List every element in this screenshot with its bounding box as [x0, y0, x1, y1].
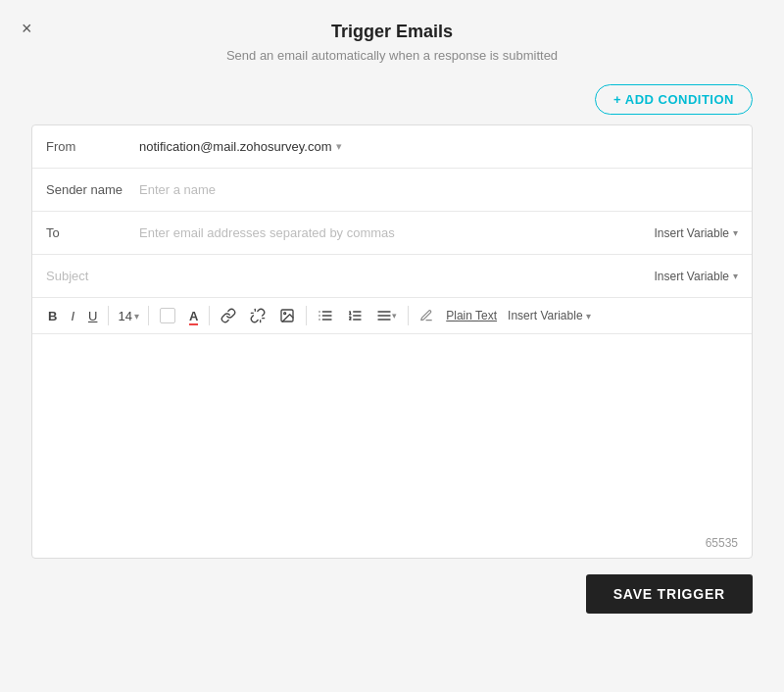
italic-button[interactable]: I [65, 305, 80, 327]
unordered-list-button[interactable] [312, 304, 339, 327]
add-condition-button[interactable]: + ADD CONDITION [595, 84, 753, 115]
separator-2 [148, 306, 149, 325]
to-row: To Insert Variable ▾ [32, 212, 752, 255]
plain-text-button[interactable]: Plain Text [441, 305, 502, 326]
align-dropdown-arrow: ▾ [392, 311, 397, 321]
subject-row: Insert Variable ▾ [32, 255, 752, 298]
body-insert-variable-button[interactable]: Insert Variable ▾ [508, 309, 590, 322]
sender-name-row: Sender name [32, 169, 752, 212]
separator-3 [209, 306, 210, 325]
from-email: notification@mail.zohosurvey.com [139, 139, 331, 154]
ordered-list-button[interactable] [341, 304, 368, 327]
to-insert-variable-button[interactable]: Insert Variable ▾ [655, 226, 738, 240]
unlink-button[interactable] [244, 304, 271, 327]
link-button[interactable] [215, 304, 242, 327]
editor-toolbar: B I U 14 ▾ A ▾ [32, 298, 752, 334]
add-condition-row: + ADD CONDITION [0, 73, 784, 124]
save-row: SAVE TRIGGER [0, 559, 784, 629]
email-form-card: From notification@mail.zohosurvey.com ▾ … [31, 124, 753, 559]
page-title: Trigger Emails [20, 22, 764, 42]
body-insert-variable-arrow: ▾ [586, 311, 591, 321]
image-button[interactable] [273, 304, 301, 327]
header: × Trigger Emails Send an email automatic… [0, 0, 784, 73]
page-subtitle: Send an email automatically when a respo… [20, 48, 764, 63]
from-dropdown-arrow[interactable]: ▾ [336, 140, 342, 153]
edit-icon-button[interactable] [414, 305, 439, 326]
font-size-arrow: ▾ [134, 311, 139, 321]
char-count: 65535 [706, 536, 738, 550]
subject-input[interactable] [46, 269, 647, 283]
from-label: From [46, 139, 139, 154]
separator-5 [408, 306, 409, 325]
subject-insert-arrow: ▾ [733, 271, 738, 281]
to-input[interactable] [139, 225, 647, 240]
to-label: To [46, 225, 139, 240]
bold-button[interactable]: B [42, 305, 63, 327]
subject-insert-variable-button[interactable]: Insert Variable ▾ [655, 270, 738, 283]
sender-name-label: Sender name [46, 182, 139, 197]
a-icon: A [189, 309, 198, 323]
color-preview [160, 308, 175, 323]
sender-name-input[interactable] [139, 182, 738, 197]
save-trigger-button[interactable]: SAVE TRIGGER [586, 574, 753, 614]
insert-variable-arrow: ▾ [733, 227, 738, 238]
underline-button[interactable]: U [82, 305, 103, 327]
from-row: From notification@mail.zohosurvey.com ▾ [32, 125, 752, 169]
text-color-box[interactable] [154, 304, 181, 327]
font-color-button[interactable]: A [183, 305, 204, 327]
font-size-selector[interactable]: 14 ▾ [114, 306, 142, 326]
svg-point-5 [284, 313, 286, 315]
char-count-row: 65535 [32, 530, 752, 558]
close-button[interactable]: × [22, 20, 32, 37]
align-button[interactable]: ▾ [370, 304, 403, 327]
email-body-editor[interactable] [32, 334, 752, 530]
separator-4 [306, 306, 307, 325]
separator-1 [108, 306, 109, 325]
